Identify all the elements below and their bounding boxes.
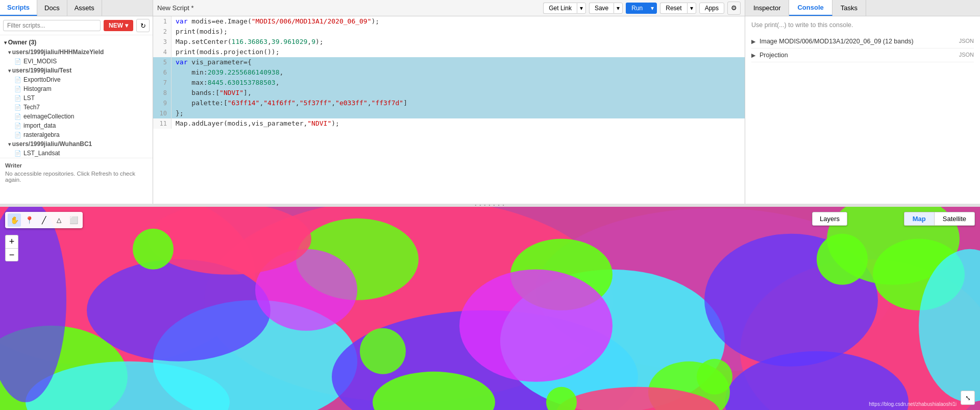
expand-arrow-image: ▶: [751, 38, 755, 45]
get-link-arrow[interactable]: ▾: [577, 3, 586, 14]
tree-item-import-data[interactable]: import_data: [0, 121, 153, 130]
get-link-group: Get Link ▾: [543, 3, 586, 14]
left-panel-toolbar: NEW ▾ ↻: [0, 16, 153, 35]
code-line-7: 7 max:8445.630153788503,: [153, 78, 745, 88]
refresh-button[interactable]: ↻: [136, 19, 150, 32]
tree-item-lst[interactable]: LST: [0, 93, 153, 103]
tree-user-wuhan[interactable]: users/1999jialiu/WuhanBC1: [0, 139, 153, 149]
new-script-button[interactable]: NEW ▾: [104, 20, 133, 31]
map-area[interactable]: ✋ 📍 ╱ △ ⬜ + − Layers Map Satellite ⤡ htt…: [0, 207, 980, 411]
map-type-toggle: Map Satellite: [904, 212, 975, 226]
left-panel: Scripts Docs Assets NEW ▾ ↻ Owner (3) us…: [0, 0, 153, 204]
tree-item-tech7[interactable]: Tech7: [0, 103, 153, 112]
settings-button[interactable]: ⚙: [727, 2, 741, 15]
svg-point-14: [87, 259, 271, 361]
map-toolbar: ✋ 📍 ╱ △ ⬜: [5, 212, 83, 228]
tree-item-eeimagecollection[interactable]: eeImageCollection: [0, 112, 153, 121]
tab-scripts[interactable]: Scripts: [0, 0, 37, 16]
writer-title: Writer: [5, 162, 148, 168]
filter-scripts-input[interactable]: [3, 20, 101, 31]
layers-label[interactable]: Layers: [820, 215, 840, 223]
save-group: Save ▾: [589, 3, 623, 14]
reset-button[interactable]: Reset: [660, 3, 687, 14]
writer-section: Writer No accessible repositories. Click…: [0, 158, 153, 187]
map-type-map[interactable]: Map: [904, 212, 934, 226]
svg-point-24: [697, 358, 732, 394]
tab-tasks[interactable]: Tasks: [832, 0, 866, 16]
fullscreen-button[interactable]: ⤡: [961, 391, 975, 405]
code-editor[interactable]: 1 var modis=ee.Image("MODIS/006/MOD13A1/…: [153, 16, 745, 204]
tab-docs[interactable]: Docs: [37, 0, 67, 16]
code-line-10: 10 };: [153, 108, 745, 118]
map-tool-pan[interactable]: ✋: [8, 213, 21, 227]
zoom-controls: + −: [5, 235, 18, 261]
center-panel: New Script * Get Link ▾ Save ▾ Run ▾ Res…: [153, 0, 745, 204]
code-line-11: 11 Map.addLayer(modis,vis_parameter,"NDV…: [153, 118, 745, 129]
tab-assets[interactable]: Assets: [67, 0, 102, 16]
tab-inspector[interactable]: Inspector: [745, 0, 789, 16]
console-item-image[interactable]: ▶ Image MODIS/006/MOD13A1/2020_06_09 (12…: [751, 35, 974, 49]
map-tool-point[interactable]: 📍: [22, 213, 36, 227]
save-arrow[interactable]: ▾: [614, 3, 623, 14]
code-line-3: 3 Map.setCenter(116.36863,39.961029,9);: [153, 37, 745, 47]
expand-arrow-projection: ▶: [751, 52, 755, 59]
right-panel: Inspector Console Tasks Use print(...) t…: [745, 0, 980, 204]
svg-point-25: [817, 233, 868, 284]
left-panel-tabs: Scripts Docs Assets: [0, 0, 153, 16]
tree-item-exporttodrive[interactable]: ExporttoDrive: [0, 75, 153, 84]
tree-item-lst-landsat[interactable]: LST_Landsat: [0, 149, 153, 158]
get-link-button[interactable]: Get Link: [543, 3, 577, 14]
save-button[interactable]: Save: [589, 3, 614, 14]
console-json-badge-projection: JSON: [959, 52, 974, 58]
code-line-8: 8 bands:["NDVI"],: [153, 88, 745, 98]
console-hint: Use print(...) to write to this console.: [751, 21, 974, 29]
run-group: Run ▾: [626, 3, 657, 14]
map-credit: https://blog.csdn.net/zhabushialaoshi1i: [869, 401, 957, 407]
svg-point-26: [360, 328, 406, 374]
map-tool-rectangle[interactable]: ⬜: [67, 213, 80, 227]
tree-item-rasteralgebra[interactable]: rasteralgebra: [0, 130, 153, 139]
zoom-out-button[interactable]: −: [5, 248, 18, 261]
writer-message: No accessible repositories. Click Refres…: [5, 171, 148, 183]
svg-point-15: [459, 269, 612, 381]
run-button[interactable]: Run: [626, 3, 648, 14]
tab-console[interactable]: Console: [789, 0, 832, 16]
code-line-5: 5 var vis_parameter={: [153, 57, 745, 67]
tree-item-histogram[interactable]: Histogram: [0, 84, 153, 93]
reset-arrow[interactable]: ▾: [687, 3, 696, 14]
console-label-image: Image MODIS/006/MOD13A1/2020_06_09 (12 b…: [760, 38, 959, 45]
code-line-1: 1 var modis=ee.Image("MODIS/006/MOD13A1/…: [153, 16, 745, 27]
zoom-in-button[interactable]: +: [5, 235, 18, 248]
ndvi-map-visual: [0, 207, 980, 411]
apps-button[interactable]: Apps: [699, 3, 724, 14]
reset-group: Reset ▾: [660, 3, 696, 14]
map-tool-polygon[interactable]: △: [52, 213, 65, 227]
code-line-6: 6 min:2039.2255686140938,: [153, 67, 745, 78]
tree-user-test[interactable]: users/1999jialiu/Test: [0, 66, 153, 75]
script-tree: Owner (3) users/1999jialiu/HHHMaizeYield…: [0, 35, 153, 204]
run-arrow[interactable]: ▾: [648, 3, 657, 14]
console-label-projection: Projection: [760, 52, 959, 59]
code-line-9: 9 palette:["63ff14","41f6ff","5f37ff","e…: [153, 98, 745, 108]
tree-user-hhh[interactable]: users/1999jialiu/HHHMaizeYield: [0, 47, 153, 57]
map-type-satellite[interactable]: Satellite: [934, 212, 975, 226]
console-json-badge-image: JSON: [959, 38, 974, 44]
tree-item-evi[interactable]: EVI_MODIS: [0, 57, 153, 66]
console-content: Use print(...) to write to this console.…: [745, 16, 980, 204]
code-line-4: 4 print(modis.projection());: [153, 47, 745, 57]
owner-section[interactable]: Owner (3): [0, 37, 153, 47]
map-tool-line[interactable]: ╱: [37, 213, 51, 227]
console-item-projection[interactable]: ▶ Projection JSON: [751, 49, 974, 62]
script-title: New Script *: [157, 4, 540, 12]
code-line-2: 2 print(modis);: [153, 27, 745, 37]
layers-panel: Layers: [812, 212, 847, 226]
center-toolbar: New Script * Get Link ▾ Save ▾ Run ▾ Res…: [153, 0, 745, 16]
svg-point-23: [133, 228, 174, 269]
right-panel-tabs: Inspector Console Tasks: [745, 0, 980, 16]
